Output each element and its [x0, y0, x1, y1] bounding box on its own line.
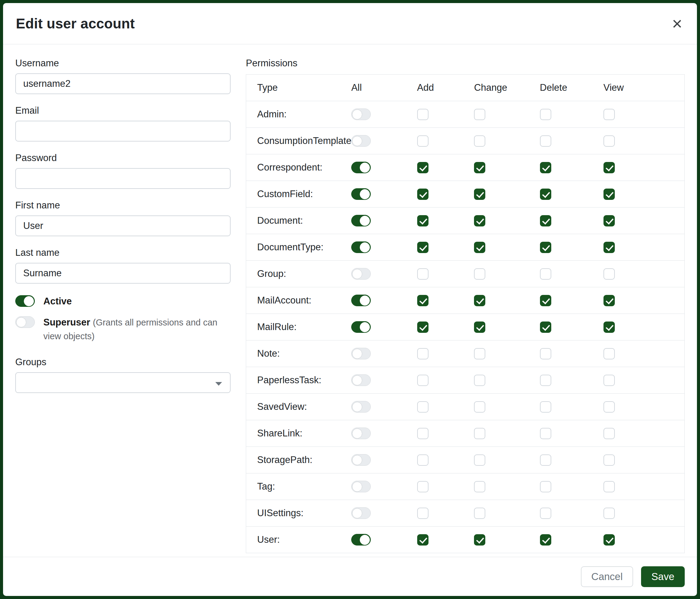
permission-view-checkbox[interactable]: [603, 268, 615, 280]
permission-view-checkbox[interactable]: [603, 454, 615, 466]
permission-delete-checkbox[interactable]: [540, 136, 551, 147]
permission-delete-checkbox[interactable]: [540, 401, 551, 413]
permission-change-checkbox[interactable]: [474, 136, 485, 147]
permission-delete-checkbox[interactable]: [540, 428, 551, 439]
cancel-button[interactable]: Cancel: [581, 566, 633, 587]
permission-all-toggle[interactable]: [351, 295, 371, 306]
last-name-field[interactable]: [15, 263, 231, 284]
permission-change-checkbox[interactable]: [474, 215, 485, 226]
active-label: Active: [43, 296, 72, 307]
permission-view-checkbox[interactable]: [603, 401, 615, 413]
permission-view-checkbox[interactable]: [603, 508, 615, 519]
permission-all-toggle[interactable]: [351, 109, 371, 120]
permission-delete-checkbox[interactable]: [540, 268, 551, 280]
permission-change-checkbox[interactable]: [474, 428, 485, 439]
permission-add-checkbox[interactable]: [417, 348, 428, 359]
permission-add-checkbox[interactable]: [417, 508, 428, 519]
email-field[interactable]: [15, 121, 231, 142]
permission-change-checkbox[interactable]: [474, 321, 485, 333]
table-row: CustomField:: [246, 181, 685, 208]
permission-change-checkbox[interactable]: [474, 189, 485, 200]
permission-change-checkbox[interactable]: [474, 268, 485, 280]
permission-view-checkbox[interactable]: [603, 534, 615, 546]
permission-delete-checkbox[interactable]: [540, 109, 551, 120]
permission-view-checkbox[interactable]: [603, 375, 615, 386]
permission-change-checkbox[interactable]: [474, 534, 485, 546]
permission-all-toggle[interactable]: [351, 241, 371, 253]
superuser-toggle[interactable]: [15, 316, 35, 328]
permission-delete-checkbox[interactable]: [540, 295, 551, 306]
permission-change-checkbox[interactable]: [474, 162, 485, 173]
groups-select[interactable]: [15, 372, 231, 393]
permission-add-checkbox[interactable]: [417, 401, 428, 413]
permission-all-toggle[interactable]: [351, 321, 371, 333]
permission-add-checkbox[interactable]: [417, 375, 428, 386]
table-row: ConsumptionTemplate:: [246, 128, 685, 154]
permission-all-toggle[interactable]: [351, 162, 371, 173]
permission-view-checkbox[interactable]: [603, 215, 615, 226]
save-button[interactable]: Save: [641, 566, 685, 587]
permission-add-checkbox[interactable]: [417, 321, 428, 333]
close-icon[interactable]: ×: [670, 15, 684, 32]
permission-delete-checkbox[interactable]: [540, 534, 551, 546]
permission-type-label: Correspondent:: [257, 162, 323, 173]
active-toggle[interactable]: [15, 295, 35, 307]
permission-view-checkbox[interactable]: [603, 295, 615, 306]
permission-delete-checkbox[interactable]: [540, 481, 551, 492]
permission-add-checkbox[interactable]: [417, 454, 428, 466]
permission-view-checkbox[interactable]: [603, 348, 615, 359]
permission-view-checkbox[interactable]: [603, 109, 615, 120]
permission-add-checkbox[interactable]: [417, 189, 428, 200]
password-field[interactable]: [15, 168, 231, 189]
permission-all-toggle[interactable]: [351, 348, 371, 359]
permission-all-toggle[interactable]: [351, 188, 371, 200]
permission-add-checkbox[interactable]: [417, 242, 428, 253]
permission-all-toggle[interactable]: [351, 534, 371, 546]
permission-all-toggle[interactable]: [351, 215, 371, 226]
permission-delete-checkbox[interactable]: [540, 321, 551, 333]
permission-view-checkbox[interactable]: [603, 189, 615, 200]
permission-change-checkbox[interactable]: [474, 454, 485, 466]
permission-change-checkbox[interactable]: [474, 242, 485, 253]
permission-delete-checkbox[interactable]: [540, 508, 551, 519]
permission-all-toggle[interactable]: [351, 401, 371, 413]
permission-add-checkbox[interactable]: [417, 109, 428, 120]
permission-all-toggle[interactable]: [351, 481, 371, 492]
permission-delete-checkbox[interactable]: [540, 242, 551, 253]
permission-view-checkbox[interactable]: [603, 428, 615, 439]
permission-add-checkbox[interactable]: [417, 268, 428, 280]
permission-add-checkbox[interactable]: [417, 136, 428, 147]
permission-view-checkbox[interactable]: [603, 136, 615, 147]
permission-change-checkbox[interactable]: [474, 401, 485, 413]
permission-view-checkbox[interactable]: [603, 321, 615, 333]
permission-view-checkbox[interactable]: [603, 162, 615, 173]
permission-delete-checkbox[interactable]: [540, 162, 551, 173]
permission-add-checkbox[interactable]: [417, 162, 428, 173]
permission-all-toggle[interactable]: [351, 428, 371, 439]
permission-all-toggle[interactable]: [351, 268, 371, 280]
permission-delete-checkbox[interactable]: [540, 189, 551, 200]
permission-change-checkbox[interactable]: [474, 481, 485, 492]
permission-change-checkbox[interactable]: [474, 295, 485, 306]
permission-delete-checkbox[interactable]: [540, 215, 551, 226]
permission-view-checkbox[interactable]: [603, 242, 615, 253]
username-field[interactable]: [15, 73, 231, 94]
permission-add-checkbox[interactable]: [417, 534, 428, 546]
permission-delete-checkbox[interactable]: [540, 454, 551, 466]
permission-add-checkbox[interactable]: [417, 428, 428, 439]
permission-change-checkbox[interactable]: [474, 508, 485, 519]
permission-add-checkbox[interactable]: [417, 295, 428, 306]
first-name-field[interactable]: [15, 215, 231, 236]
permission-change-checkbox[interactable]: [474, 348, 485, 359]
permission-change-checkbox[interactable]: [474, 109, 485, 120]
permission-all-toggle[interactable]: [351, 375, 371, 386]
permission-add-checkbox[interactable]: [417, 481, 428, 492]
permission-all-toggle[interactable]: [351, 135, 371, 147]
permission-add-checkbox[interactable]: [417, 215, 428, 226]
permission-delete-checkbox[interactable]: [540, 375, 551, 386]
permission-all-toggle[interactable]: [351, 507, 371, 519]
permission-view-checkbox[interactable]: [603, 481, 615, 492]
permission-change-checkbox[interactable]: [474, 375, 485, 386]
permission-all-toggle[interactable]: [351, 454, 371, 466]
permission-delete-checkbox[interactable]: [540, 348, 551, 359]
